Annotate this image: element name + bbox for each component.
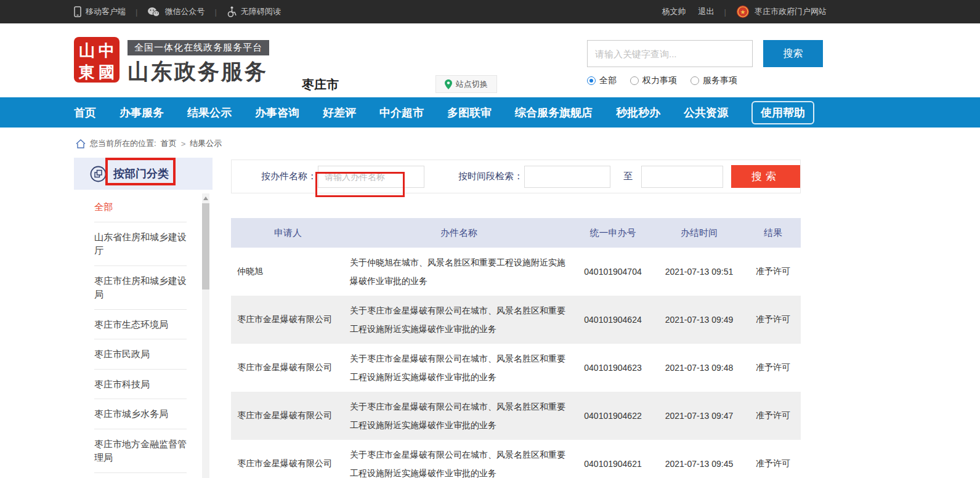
filter-search-button[interactable]: 搜索 xyxy=(731,165,800,188)
nav-item-好差评[interactable]: 好差评 xyxy=(323,105,356,120)
nav-item-结果公示[interactable]: 结果公示 xyxy=(187,105,232,120)
cell-title: 关于枣庄市金星爆破有限公司在城市、风景名胜区和重要工程设施附近实施爆破作业审批的… xyxy=(345,349,573,386)
topbar-user-area: 杨文帅 退出 | ★ 枣庄市政府门户网站 xyxy=(662,5,827,18)
column-header: 办件名称 xyxy=(345,227,573,239)
department-item[interactable]: 山东省住房和城乡建设厅 xyxy=(94,222,187,266)
radio-全部[interactable]: 全部 xyxy=(587,75,617,86)
department-item[interactable]: 全部 xyxy=(94,192,187,222)
nav-items: 首页办事服务结果公示办事咨询好差评中介超市多图联审综合服务旗舰店秒批秒办公共资源… xyxy=(74,97,838,128)
department-item[interactable]: 枣庄市生态环境局 xyxy=(94,310,187,340)
cell-result: 准予许可 xyxy=(745,410,801,421)
cell-result: 准予许可 xyxy=(745,266,801,277)
cell-title: 关于枣庄市金星爆破有限公司在城市、风景名胜区和重要工程设施附近实施爆破作业审批的… xyxy=(345,397,573,434)
search-scope-radios: 全部权力事项服务事项 xyxy=(587,75,823,86)
cell-applicant: 枣庄市金星爆破有限公司 xyxy=(231,410,345,421)
topbar-links: 移动客户端|微信公众号|无障碍阅读 xyxy=(74,6,281,17)
results-table: 申请人办件名称统一申办号办结时间结果 仲晓旭关于仲晓旭在城市、风景名胜区和重要工… xyxy=(231,218,801,478)
nav-item-首页[interactable]: 首页 xyxy=(74,105,96,120)
column-header: 统一申办号 xyxy=(573,227,653,239)
home-icon xyxy=(76,139,86,148)
date-from-input[interactable] xyxy=(524,166,610,188)
topbar: 移动客户端|微信公众号|无障碍阅读 杨文帅 退出 | ★ 枣庄市政府门户网站 xyxy=(0,0,980,23)
national-emblem-icon: ★ xyxy=(736,5,750,18)
nav-item-公共资源[interactable]: 公共资源 xyxy=(684,105,728,120)
separator: | xyxy=(724,7,726,17)
table-row[interactable]: 枣庄市金星爆破有限公司关于枣庄市金星爆破有限公司在城市、风景名胜区和重要工程设施… xyxy=(231,392,801,440)
nav-item-使用帮助[interactable]: 使用帮助 xyxy=(751,101,814,124)
cell-result: 准予许可 xyxy=(745,362,801,373)
cell-title: 关于枣庄市金星爆破有限公司在城市、风景名胜区和重要工程设施附近实施爆破作业审批的… xyxy=(345,445,573,478)
breadcrumb: 您当前所在的位置: 首页 > 结果公示 xyxy=(76,138,980,149)
breadcrumb-separator: > xyxy=(181,139,186,148)
nav-item-办事咨询[interactable]: 办事咨询 xyxy=(255,105,299,120)
cell-title: 关于仲晓旭在城市、风景名胜区和重要工程设施附近实施爆破作业审批的业务 xyxy=(345,253,573,290)
breadcrumb-current: 结果公示 xyxy=(190,138,222,149)
department-item[interactable]: 枣庄市民政局 xyxy=(94,339,187,370)
user-name[interactable]: 杨文帅 xyxy=(662,6,686,17)
cell-title: 关于枣庄市金星爆破有限公司在城市、风景名胜区和重要工程设施附近实施爆破作业审批的… xyxy=(345,301,573,338)
logout-link[interactable]: 退出 xyxy=(699,6,715,17)
topbar-link[interactable]: 微信公众号 xyxy=(147,6,205,17)
department-item[interactable]: 枣庄市科技局 xyxy=(94,370,187,400)
cell-time: 2021-07-13 09:49 xyxy=(653,315,745,325)
column-header: 办结时间 xyxy=(653,227,745,239)
portal-label: 枣庄市政府门户网站 xyxy=(755,6,827,17)
content: 按部门分类 全部山东省住房和城乡建设厅枣庄市住房和城乡建设局枣庄市生态环境局枣庄… xyxy=(74,158,980,478)
separator: | xyxy=(136,7,137,17)
topbar-link[interactable]: 无障碍阅读 xyxy=(227,6,281,17)
platform-badge: 全国一体化在线政务服务平台 xyxy=(128,40,269,55)
results-main: 按办件名称： 按时间段检索： 至 搜索 申请人办件名称统一申办号办结时间结果 仲… xyxy=(231,158,801,478)
keyword-search-button[interactable]: 搜索 xyxy=(763,40,823,67)
seal-char: 東 xyxy=(77,62,97,83)
portal-link[interactable]: ★ 枣庄市政府门户网站 xyxy=(736,5,827,18)
radio-circle-icon xyxy=(587,76,596,85)
date-to-label: 至 xyxy=(623,171,633,182)
breadcrumb-prefix: 您当前所在的位置: xyxy=(90,138,156,149)
item-name-input[interactable] xyxy=(318,166,424,188)
nav-item-秒批秒办[interactable]: 秒批秒办 xyxy=(616,105,660,120)
sidebar-header: 按部门分类 xyxy=(74,158,213,190)
cell-number: 040101904621 xyxy=(573,459,653,469)
seal-char: 中 xyxy=(97,40,116,62)
department-list: 全部山东省住房和城乡建设厅枣庄市住房和城乡建设局枣庄市生态环境局枣庄市民政局枣庄… xyxy=(74,190,213,478)
site-logo[interactable]: 山 中 東 國 全国一体化在线政务服务平台 山东政务服务 xyxy=(74,37,269,86)
cell-number: 040101904623 xyxy=(573,363,653,373)
time-filter-label: 按时间段检索： xyxy=(458,171,523,182)
table-row[interactable]: 枣庄市金星爆破有限公司关于枣庄市金星爆破有限公司在城市、风景名胜区和重要工程设施… xyxy=(231,296,801,344)
accessibility-icon xyxy=(227,6,237,17)
department-item[interactable]: 枣庄市城乡水务局 xyxy=(94,399,187,429)
scroll-up-arrow-icon[interactable] xyxy=(203,196,208,200)
nav-item-多图联审[interactable]: 多图联审 xyxy=(447,105,492,120)
nav-item-中介超市[interactable]: 中介超市 xyxy=(379,105,424,120)
department-item[interactable]: 枣庄市交通运输局 xyxy=(94,473,187,478)
cell-result: 准予许可 xyxy=(745,314,801,325)
seal-char: 國 xyxy=(97,62,116,83)
radio-权力事项[interactable]: 权力事项 xyxy=(630,75,677,86)
table-row[interactable]: 枣庄市金星爆破有限公司关于枣庄市金星爆破有限公司在城市、风景名胜区和重要工程设施… xyxy=(231,440,801,478)
table-row[interactable]: 枣庄市金星爆破有限公司关于枣庄市金星爆破有限公司在城市、风景名胜区和重要工程设施… xyxy=(231,344,801,392)
table-header-row: 申请人办件名称统一申办号办结时间结果 xyxy=(231,218,801,248)
nav-item-综合服务旗舰店[interactable]: 综合服务旗舰店 xyxy=(515,105,593,120)
site-title: 山东政务服务 xyxy=(128,57,269,86)
radio-服务事项[interactable]: 服务事项 xyxy=(690,75,737,86)
cell-time: 2021-07-13 09:48 xyxy=(653,363,745,373)
sidebar-scrollbar[interactable] xyxy=(202,193,209,478)
nav-item-办事服务[interactable]: 办事服务 xyxy=(119,105,164,120)
cell-applicant: 枣庄市金星爆破有限公司 xyxy=(231,458,345,469)
svg-text:★: ★ xyxy=(740,9,746,15)
department-item[interactable]: 枣庄市住房和城乡建设局 xyxy=(94,266,187,310)
site-switch-label: 站点切换 xyxy=(456,79,488,90)
topbar-link[interactable]: 移动客户端 xyxy=(74,6,126,17)
radio-circle-icon xyxy=(630,76,639,85)
keyword-search-input[interactable] xyxy=(587,40,753,67)
table-row[interactable]: 仲晓旭关于仲晓旭在城市、风景名胜区和重要工程设施附近实施爆破作业审批的业务040… xyxy=(231,248,801,296)
breadcrumb-home-link[interactable]: 首页 xyxy=(161,138,177,149)
date-to-input[interactable] xyxy=(641,166,723,188)
site-header: 山 中 東 國 全国一体化在线政务服务平台 山东政务服务 枣庄市 站点切换 搜索… xyxy=(0,23,980,97)
separator: | xyxy=(214,7,216,17)
site-switch-button[interactable]: 站点切换 xyxy=(435,75,497,93)
department-item[interactable]: 枣庄市地方金融监督管理局 xyxy=(94,429,187,473)
scrollbar-thumb[interactable] xyxy=(202,203,209,290)
cell-applicant: 枣庄市金星爆破有限公司 xyxy=(231,314,345,325)
radio-circle-icon xyxy=(690,76,699,85)
